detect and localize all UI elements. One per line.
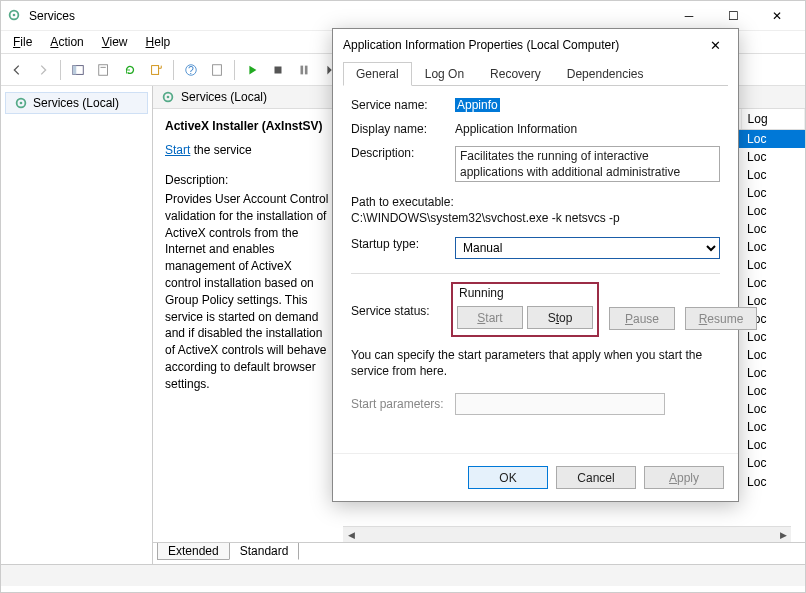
menu-action[interactable]: Action <box>42 33 91 51</box>
minimize-button[interactable]: ─ <box>667 2 711 30</box>
startup-type-select[interactable]: Manual <box>455 237 720 259</box>
selected-service-title: ActiveX Installer (AxInstSV) <box>165 119 331 133</box>
label-description: Description: <box>351 146 455 160</box>
horizontal-scrollbar[interactable]: ◀ ▶ <box>343 526 791 542</box>
start-button: Start <box>457 306 523 329</box>
refresh-button[interactable] <box>118 58 142 82</box>
ok-button[interactable]: OK <box>468 466 548 489</box>
close-button[interactable]: ✕ <box>755 2 799 30</box>
window-title: Services <box>29 9 667 23</box>
tab-dependencies[interactable]: Dependencies <box>554 62 657 86</box>
stop-button[interactable]: Stop <box>527 306 593 329</box>
start-suffix: the service <box>190 143 251 157</box>
status-highlight-box: Running Start Stop <box>451 282 599 337</box>
back-button[interactable] <box>5 58 29 82</box>
tree-item-label: Services (Local) <box>33 96 119 110</box>
svg-point-1 <box>13 13 16 16</box>
resume-button: Resume <box>685 307 757 330</box>
cancel-button[interactable]: Cancel <box>556 466 636 489</box>
tab-extended[interactable]: Extended <box>157 543 230 560</box>
forward-button[interactable] <box>31 58 55 82</box>
export-button[interactable] <box>144 58 168 82</box>
dialog-close-button[interactable]: ✕ <box>702 38 728 53</box>
description-body: Provides User Account Control validation… <box>165 191 331 393</box>
properties2-button[interactable] <box>205 58 229 82</box>
dialog-titlebar[interactable]: Application Information Properties (Loca… <box>333 29 738 61</box>
menu-help[interactable]: Help <box>138 33 179 51</box>
value-display-name: Application Information <box>455 122 720 136</box>
tree-item-services-local[interactable]: Services (Local) <box>5 92 148 114</box>
svg-rect-11 <box>301 65 304 74</box>
menu-view[interactable]: View <box>94 33 136 51</box>
tab-standard[interactable]: Standard <box>229 543 300 560</box>
value-service-status: Running <box>457 286 593 300</box>
dialog-title-text: Application Information Properties (Loca… <box>343 38 702 52</box>
titlebar[interactable]: Services ─ ☐ ✕ <box>1 1 805 31</box>
start-params-input <box>455 393 665 415</box>
label-service-status: Service status: <box>351 304 455 318</box>
col-logon[interactable]: Log <box>741 109 804 130</box>
value-description[interactable]: Facilitates the running of interactive a… <box>455 146 720 182</box>
svg-rect-10 <box>275 66 282 73</box>
left-tree: Services (Local) <box>1 86 153 564</box>
pause-service-button[interactable] <box>292 58 316 82</box>
label-display-name: Display name: <box>351 122 455 136</box>
description-panel: ActiveX Installer (AxInstSV) Start the s… <box>153 109 343 542</box>
start-link[interactable]: Start <box>165 143 190 157</box>
value-service-name[interactable]: Appinfo <box>455 98 500 112</box>
svg-point-17 <box>167 96 170 99</box>
svg-rect-9 <box>213 64 222 75</box>
dialog-body: Service name: Appinfo Display name: Appl… <box>333 86 738 453</box>
scroll-right-icon[interactable]: ▶ <box>775 527 791 543</box>
svg-rect-12 <box>305 65 308 74</box>
svg-point-15 <box>20 102 23 105</box>
help-button[interactable]: ? <box>179 58 203 82</box>
tab-recovery[interactable]: Recovery <box>477 62 554 86</box>
properties-dialog[interactable]: Application Information Properties (Loca… <box>332 28 739 502</box>
scroll-left-icon[interactable]: ◀ <box>343 527 359 543</box>
bottom-tabs: Extended Standard <box>153 542 805 564</box>
label-start-params: Start parameters: <box>351 397 455 411</box>
svg-rect-3 <box>73 65 77 74</box>
menu-file[interactable]: File <box>5 33 40 51</box>
tab-general[interactable]: General <box>343 62 412 86</box>
apply-button: Apply <box>644 466 724 489</box>
tab-logon[interactable]: Log On <box>412 62 477 86</box>
pause-button: Pause <box>609 307 675 330</box>
label-path: Path to executable: <box>351 195 720 209</box>
value-path: C:\WINDOWS\system32\svchost.exe -k netsv… <box>351 211 720 225</box>
pane-header-label: Services (Local) <box>181 90 267 104</box>
svg-rect-4 <box>99 64 108 75</box>
label-service-name: Service name: <box>351 98 455 112</box>
statusbar <box>1 564 805 586</box>
show-hide-tree-button[interactable] <box>66 58 90 82</box>
maximize-button[interactable]: ☐ <box>711 2 755 30</box>
label-startup-type: Startup type: <box>351 237 455 251</box>
properties-button[interactable] <box>92 58 116 82</box>
svg-text:?: ? <box>188 63 194 75</box>
description-label: Description: <box>165 173 331 187</box>
stop-service-button[interactable] <box>266 58 290 82</box>
services-icon <box>7 8 23 24</box>
svg-rect-6 <box>152 65 159 74</box>
hint-text: You can specify the start parameters tha… <box>351 347 720 379</box>
dialog-tabs: General Log On Recovery Dependencies <box>343 61 728 86</box>
start-service-button[interactable] <box>240 58 264 82</box>
dialog-footer: OK Cancel Apply <box>333 453 738 501</box>
